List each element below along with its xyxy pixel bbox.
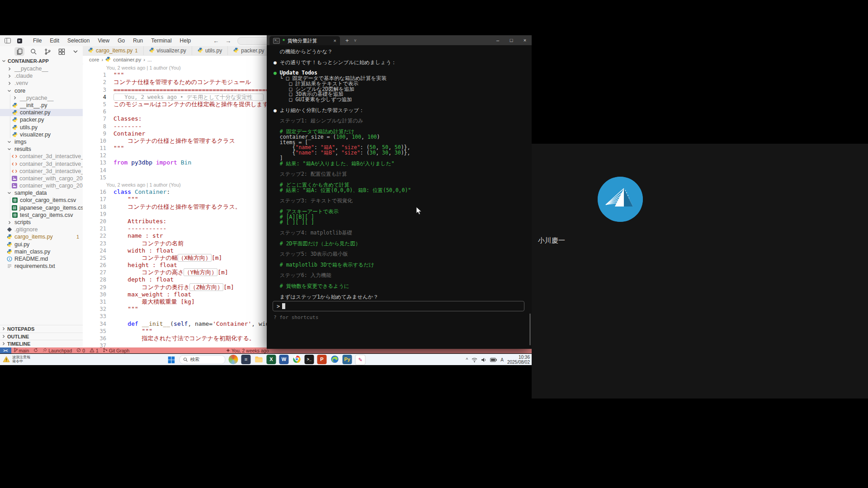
chevron-down-icon [6, 191, 12, 195]
tree-item-cargo_items.py[interactable]: cargo_items.py1 [0, 233, 83, 240]
start-button[interactable] [166, 355, 176, 365]
close-button[interactable]: × [518, 38, 532, 43]
tree-item-gui.py[interactable]: gui.py [0, 241, 83, 248]
line-number: 7 [83, 115, 113, 122]
taskbar-app-chrome[interactable] [292, 355, 302, 364]
status-0[interactable]: 0 [74, 347, 87, 353]
breadcrumb-0[interactable]: core [89, 57, 99, 62]
battery-icon[interactable] [490, 358, 497, 362]
tree-item-imgs[interactable]: imgs [0, 138, 83, 145]
terminal-prompt-input[interactable]: > [273, 301, 524, 311]
taskbar-app-python[interactable]: Py [343, 355, 352, 364]
tree-item-core[interactable]: core [0, 87, 83, 94]
speaker-icon[interactable] [481, 357, 486, 362]
activity-explorer-icon[interactable] [14, 47, 24, 56]
tree-item-visualizer.py[interactable]: visualizer.py [0, 131, 83, 138]
sidebar-section-timeline[interactable]: TIMELINE [0, 340, 83, 347]
menu-terminal[interactable]: Terminal [147, 36, 175, 45]
tree-item-scripts[interactable]: scripts [0, 219, 83, 226]
explorer-root[interactable]: CONTAINER-APP [0, 57, 83, 65]
tree-item-packer.py[interactable]: packer.py [0, 116, 83, 123]
tree-item-test_cargo_items.csv[interactable]: test_cargo_items.csv [0, 211, 83, 219]
tree-item-container_with_cargo_20250721_1...[interactable]: container_with_cargo_20250721_1... [0, 175, 83, 182]
activity-extensions-icon[interactable] [57, 47, 66, 56]
menu-view[interactable]: View [94, 36, 113, 45]
tab-utils.py[interactable]: utils.py [192, 46, 228, 55]
tray-overflow-chevron[interactable]: ^ [466, 357, 468, 362]
sidebar-section-notepads[interactable]: NOTEPADS [0, 325, 83, 333]
breadcrumb-2[interactable]: ... [147, 57, 152, 62]
taskbar-app-excel[interactable]: X [267, 355, 276, 364]
git-blame-status[interactable]: You, 2 weeks ago [226, 348, 269, 353]
code-token: [m] [212, 254, 222, 261]
tab-dropdown-icon[interactable]: v [354, 38, 357, 42]
menu-help[interactable]: Help [176, 36, 195, 45]
tree-item-__init__.py[interactable]: __init__.py [0, 102, 83, 109]
layout-toggle-icon[interactable] [4, 37, 12, 44]
chevron-down-icon [6, 140, 12, 144]
taskbar-app-edge[interactable] [330, 355, 340, 364]
nav-back-icon[interactable]: ← [213, 38, 219, 44]
activity-search-icon[interactable] [28, 47, 38, 56]
ime-indicator[interactable]: A [500, 357, 504, 362]
wifi-icon[interactable] [472, 357, 477, 362]
taskbar-app-paint[interactable]: ✎ [355, 355, 366, 365]
activity-more-icon[interactable] [71, 47, 80, 56]
tree-item-container_with_cargo_20250721_1...[interactable]: container_with_cargo_20250721_1... [0, 182, 83, 189]
sidebar-section-outline[interactable]: OUTLINE [0, 333, 83, 340]
py-file-icon [12, 117, 18, 122]
tree-item-color_cargo_items.csv[interactable]: color_cargo_items.csv [0, 197, 83, 204]
terminal-tab[interactable]: >_ * 貨物分量計算 × [269, 36, 340, 45]
taskbar-app-notepad[interactable]: ≡ [241, 355, 251, 364]
taskbar-app-file-explorer[interactable] [254, 355, 264, 364]
taskbar-app-terminal[interactable]: >_ [305, 355, 314, 364]
menu-selection[interactable]: Selection [63, 36, 94, 45]
taskbar-weather-widget[interactable]: 波浪注意報 発令中 [3, 355, 30, 363]
tree-item-__pycache__[interactable]: __pycache__ [0, 94, 83, 102]
tree-item-container_3d_interactive_2025072...[interactable]: container_3d_interactive_2025072... [0, 153, 83, 160]
nav-forward-icon[interactable]: → [225, 38, 231, 44]
taskbar-search[interactable]: 検索 [179, 355, 226, 364]
status-launchpad[interactable]: Launchpad [40, 347, 74, 353]
minimize-button[interactable]: – [491, 38, 505, 43]
tree-item-requirements.txt[interactable]: requirements.txt [0, 263, 83, 270]
tree-item-__pycache__[interactable]: __pycache__ [0, 65, 83, 72]
tree-item-japanese_cargo_items.csv[interactable]: japanese_cargo_items.csv [0, 204, 83, 211]
tab-close-icon[interactable]: × [329, 38, 336, 43]
new-tab-button[interactable]: + [345, 37, 349, 44]
tab-packer.py[interactable]: packer.py [228, 46, 270, 55]
menu-go[interactable]: Go [113, 36, 129, 45]
menu-run[interactable]: Run [129, 36, 147, 45]
line-content: 指定された寸法でコンテナを初期化する。 [113, 335, 255, 342]
remote-indicator[interactable]: >< [0, 347, 11, 353]
tree-item-sample_data[interactable]: sample_data [0, 189, 83, 197]
menu-edit[interactable]: Edit [46, 36, 63, 45]
tree-item-utils.py[interactable]: utils.py [0, 124, 83, 131]
terminal-token: より細かく分割した学習ステップ： [280, 107, 364, 113]
taskbar-app-copilot[interactable] [229, 355, 238, 364]
tree-item-container_3d_interactive_2025072...[interactable]: container_3d_interactive_2025072... [0, 160, 83, 167]
maximize-button[interactable]: □ [505, 38, 518, 43]
tree-item-.claude[interactable]: .claude [0, 72, 83, 80]
code-token: from [113, 159, 131, 166]
breadcrumb-1[interactable]: container.py [113, 57, 141, 62]
menu-file[interactable]: File [29, 36, 46, 45]
tree-item-container.py[interactable]: container.py [0, 109, 83, 116]
tree-item-main_class.py[interactable]: main_class.py [0, 248, 83, 255]
taskbar-app-powerpoint[interactable]: P [317, 355, 327, 364]
tray-clock[interactable]: 10:36 2025/08/02 [507, 355, 530, 365]
activity-source-control-icon[interactable] [42, 47, 52, 56]
taskbar-app-word[interactable]: W [279, 355, 289, 364]
tree-item-.venv[interactable]: .venv [0, 80, 83, 87]
tree-item-README.md[interactable]: README.md [0, 255, 83, 263]
status-main[interactable]: main [11, 347, 32, 353]
status-1[interactable]: 1 [87, 347, 101, 353]
tree-item-results[interactable]: results [0, 145, 83, 153]
tree-item-.gitignore[interactable]: .gitignore [0, 226, 83, 233]
tree-item-container_3d_interactive_2025072...[interactable]: container_3d_interactive_2025072... [0, 168, 83, 175]
tab-cargo_items.py[interactable]: cargo_items.py1 [83, 46, 144, 55]
tab-visualizer.py[interactable]: visualizer.py [144, 46, 192, 55]
terminal-scrollbar[interactable] [529, 314, 531, 345]
status-git-graph[interactable]: Git Graph [101, 347, 132, 353]
status-sync[interactable] [31, 347, 40, 353]
